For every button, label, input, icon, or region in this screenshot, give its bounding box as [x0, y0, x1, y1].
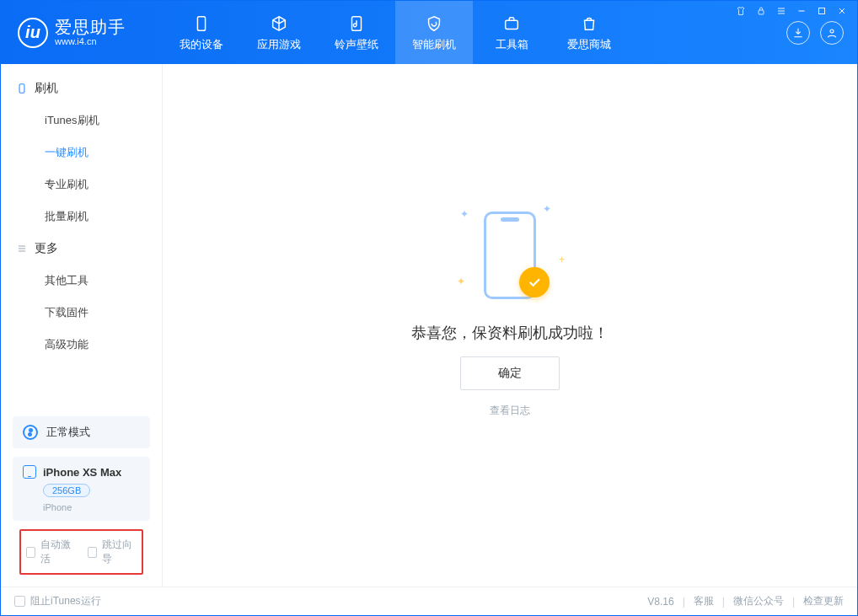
app-window: iu 爱思助手 www.i4.cn 我的设备 应用游戏 铃声壁纸 智能刷机 — [0, 0, 858, 616]
separator: | — [792, 596, 795, 608]
device-type: iPhone — [43, 502, 140, 512]
main-content: ✦ ✦ ✦ + 恭喜您，保资料刷机成功啦！ 确定 查看日志 — [163, 64, 857, 587]
sidebar-group-more[interactable]: 更多 — [1, 233, 162, 265]
separator: | — [722, 596, 725, 608]
svg-rect-6 — [19, 84, 24, 94]
sparkle-icon: ✦ — [457, 276, 465, 287]
sparkle-icon: ✦ — [460, 208, 469, 220]
checkbox-box-icon — [26, 547, 35, 558]
sidebar-item-batch-flash[interactable]: 批量刷机 — [1, 201, 162, 233]
footer-right: V8.16 | 客服 | 微信公众号 | 检查更新 — [647, 594, 844, 608]
checkbox-label: 阻止iTunes运行 — [30, 594, 101, 608]
sidebar-item-other-tools[interactable]: 其他工具 — [1, 265, 162, 297]
device-card[interactable]: iPhone XS Max 256GB iPhone — [13, 457, 150, 521]
cube-icon — [269, 13, 289, 34]
sidebar-group-flash[interactable]: 刷机 — [1, 72, 162, 104]
version-label: V8.16 — [647, 596, 673, 608]
nav-label: 我的设备 — [180, 37, 223, 52]
brand-text: 爱思助手 www.i4.cn — [55, 18, 126, 46]
list-icon — [16, 243, 28, 254]
checkbox-box-icon — [14, 596, 25, 607]
device-storage: 256GB — [43, 484, 90, 497]
close-button[interactable] — [836, 5, 848, 17]
device-phone-icon — [23, 465, 36, 479]
sidebar-bottom: 正常模式 iPhone XS Max 256GB iPhone 自动激活 — [1, 408, 162, 587]
sidebar-scroll: 刷机 iTunes刷机 一键刷机 专业刷机 批量刷机 更多 其他工具 下载固件 … — [1, 64, 162, 408]
sidebar: 刷机 iTunes刷机 一键刷机 专业刷机 批量刷机 更多 其他工具 下载固件 … — [1, 64, 163, 587]
brand-name: 爱思助手 — [55, 18, 126, 36]
shirt-icon[interactable] — [735, 5, 747, 17]
sparkle-icon: ✦ — [543, 203, 551, 215]
sidebar-item-label: 一键刷机 — [45, 146, 88, 158]
brand[interactable]: iu 爱思助手 www.i4.cn — [1, 1, 163, 64]
sidebar-item-download-firmware[interactable]: 下载固件 — [1, 297, 162, 329]
nav-tab-store[interactable]: 爱思商城 — [550, 1, 628, 64]
phone-icon — [16, 83, 28, 94]
nav-label: 智能刷机 — [412, 37, 456, 52]
svg-rect-1 — [819, 8, 825, 14]
body: 刷机 iTunes刷机 一键刷机 专业刷机 批量刷机 更多 其他工具 下载固件 … — [1, 64, 857, 587]
success-illustration: ✦ ✦ ✦ + — [455, 200, 565, 309]
sidebar-item-label: 下载固件 — [45, 306, 88, 319]
mode-label: 正常模式 — [46, 425, 90, 440]
footer-link-wechat[interactable]: 微信公众号 — [733, 594, 784, 608]
sidebar-item-advanced[interactable]: 高级功能 — [1, 329, 162, 361]
flash-options-row: 自动激活 跳过向导 — [19, 529, 143, 575]
nav-tab-toolbox[interactable]: 工具箱 — [473, 1, 550, 64]
footer-bar: 阻止iTunes运行 V8.16 | 客服 | 微信公众号 | 检查更新 — [1, 587, 857, 615]
sidebar-item-label: 其他工具 — [45, 274, 88, 287]
sidebar-item-label: iTunes刷机 — [45, 114, 99, 126]
svg-rect-4 — [506, 20, 518, 29]
mode-card[interactable]: 正常模式 — [13, 416, 150, 448]
mode-icon — [23, 425, 38, 440]
nav-label: 工具箱 — [496, 37, 528, 52]
nav-tab-my-device[interactable]: 我的设备 — [163, 1, 240, 64]
download-button[interactable] — [786, 21, 810, 45]
sidebar-group-title: 刷机 — [35, 81, 58, 96]
checkbox-label: 跳过向导 — [102, 538, 137, 566]
briefcase-icon — [501, 13, 522, 34]
brand-logo-icon: iu — [18, 18, 48, 48]
nav-tab-flash[interactable]: 智能刷机 — [395, 1, 473, 64]
sparkle-icon: + — [559, 254, 565, 265]
top-nav: 我的设备 应用游戏 铃声壁纸 智能刷机 工具箱 爱思商城 — [163, 1, 628, 64]
checkbox-skip-guide[interactable]: 跳过向导 — [88, 538, 137, 566]
checkbox-box-icon — [88, 547, 97, 558]
success-message: 恭喜您，保资料刷机成功啦！ — [411, 323, 609, 343]
svg-rect-0 — [759, 10, 764, 14]
sidebar-group-title: 更多 — [35, 241, 58, 256]
nav-tab-ringtones[interactable]: 铃声壁纸 — [318, 1, 395, 64]
nav-label: 爱思商城 — [567, 37, 611, 52]
sidebar-item-label: 批量刷机 — [45, 210, 88, 222]
footer-left: 阻止iTunes运行 — [14, 594, 101, 608]
menu-icon[interactable] — [775, 5, 787, 17]
device-icon — [191, 13, 212, 34]
checkbox-auto-activate[interactable]: 自动激活 — [26, 538, 76, 566]
sidebar-item-pro-flash[interactable]: 专业刷机 — [1, 169, 162, 201]
sidebar-item-label: 高级功能 — [45, 338, 88, 351]
maximize-button[interactable] — [816, 5, 828, 17]
footer-link-support[interactable]: 客服 — [694, 594, 714, 608]
nav-tab-apps[interactable]: 应用游戏 — [240, 1, 318, 64]
sidebar-item-itunes-flash[interactable]: iTunes刷机 — [1, 104, 162, 137]
view-log-link[interactable]: 查看日志 — [490, 404, 530, 418]
minimize-button[interactable] — [796, 5, 807, 17]
footer-link-update[interactable]: 检查更新 — [803, 594, 844, 608]
svg-rect-2 — [197, 16, 205, 30]
nav-label: 铃声壁纸 — [335, 37, 378, 52]
sidebar-item-label: 专业刷机 — [45, 178, 88, 190]
account-button[interactable] — [820, 21, 844, 45]
sidebar-item-oneclick-flash[interactable]: 一键刷机 — [1, 137, 162, 169]
music-file-icon — [346, 13, 367, 34]
ok-button[interactable]: 确定 — [460, 356, 560, 390]
check-badge-icon — [519, 267, 550, 297]
shield-refresh-icon — [424, 13, 444, 34]
brand-url: www.i4.cn — [55, 36, 126, 46]
lock-icon[interactable] — [755, 5, 767, 17]
separator: | — [683, 596, 685, 608]
bag-icon — [579, 13, 599, 34]
window-controls — [735, 5, 848, 17]
checkbox-label: 自动激活 — [40, 538, 75, 566]
svg-point-5 — [830, 29, 834, 33]
checkbox-block-itunes[interactable]: 阻止iTunes运行 — [14, 594, 101, 608]
